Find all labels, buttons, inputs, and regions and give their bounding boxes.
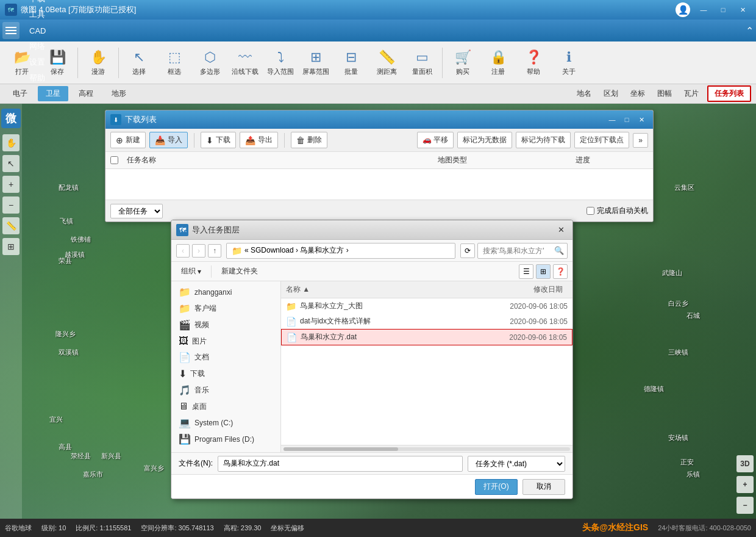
select-all-checkbox[interactable] (110, 156, 118, 164)
mark-nodata-button[interactable]: 标记为无数据 (457, 132, 512, 148)
map-type-卫星[interactable]: 卫星 (38, 86, 68, 101)
nav-path-display[interactable]: 📁 « SGDownload › 鸟巢和水立方 › (226, 243, 455, 259)
toolbar-btn-测距离[interactable]: 📏测距离 (369, 45, 404, 81)
maximize-button[interactable]: □ (715, 4, 732, 16)
sec-btn-区划[interactable]: 区划 (597, 87, 624, 101)
toolbar-btn-屏幕范围[interactable]: ⊞屏幕范围 (299, 45, 333, 81)
layers-icon[interactable]: ⊞ (2, 238, 20, 255)
locate-button[interactable]: 定位到下载点 (574, 132, 629, 148)
task-list-button[interactable]: 任务列表 (707, 85, 751, 102)
filename-input[interactable] (218, 456, 463, 472)
search-button[interactable]: 🔍 (551, 243, 567, 259)
new-task-button[interactable]: ⊕ 新建 (110, 132, 146, 148)
export-button[interactable]: 📤 导出 (240, 132, 278, 148)
sidebar-item-文档[interactable]: 📄文档 (171, 349, 280, 366)
sidebar-item-下载[interactable]: ⬇下载 (171, 366, 280, 382)
toolbar-btn-多边形[interactable]: ⬡多边形 (193, 45, 227, 81)
menu-item-下载[interactable]: 下载 (22, 0, 53, 7)
close-button[interactable]: ✕ (734, 4, 751, 16)
3d-button[interactable]: 3D (736, 455, 754, 472)
minimize-button[interactable]: — (695, 4, 712, 16)
sidebar-item-图片[interactable]: 🖼图片 (171, 333, 280, 349)
more-button[interactable]: » (633, 133, 648, 148)
toolbar-btn-关于[interactable]: ℹ关于 (552, 45, 586, 81)
sidebar-label: 文档 (194, 352, 209, 362)
toolbar-btn-打开[interactable]: 📂打开 (5, 45, 39, 81)
organize-button[interactable]: 组织 ▾ (176, 264, 206, 278)
sidebar-item-桌面[interactable]: 🖥桌面 (171, 398, 280, 414)
task-filter-select[interactable]: 全部任务 (110, 204, 163, 218)
zoom-in-icon[interactable]: + (2, 176, 20, 193)
toolbar-label-关于: 关于 (562, 67, 576, 76)
toolbar-btn-购买[interactable]: 🛒购买 (446, 45, 480, 81)
delete-button[interactable]: 🗑 删除 (291, 132, 327, 148)
download-list-header: 任务名称 地图类型 进度 (105, 152, 653, 169)
map-type-高程[interactable]: 高程 (71, 86, 101, 101)
toolbar-divider-2 (77, 48, 78, 78)
zoom-out-icon[interactable]: − (2, 196, 20, 214)
toolbar-btn-选择[interactable]: ↖选择 (122, 45, 156, 81)
toolbar-btn-注册[interactable]: 🔒注册 (481, 45, 515, 81)
zoom-out-map-button[interactable]: − (736, 497, 754, 514)
select-tool-icon[interactable]: ↖ (2, 155, 20, 172)
pan-button[interactable]: 🚗 平移 (417, 132, 454, 148)
cancel-button[interactable]: 取消 (522, 479, 565, 495)
sidebar-item-System (C:)[interactable]: 💻System (C:) (171, 414, 280, 431)
nav-forward-button[interactable]: › (192, 244, 205, 258)
import-close-button[interactable]: ✕ (554, 225, 568, 236)
file-row-鸟巢和水立方.dat[interactable]: 📄 鸟巢和水立方.dat 2020-09-06 18:05 (281, 329, 572, 345)
sec-btn-地名[interactable]: 地名 (571, 87, 597, 101)
import-button[interactable]: 📥 导入 (149, 132, 188, 148)
sidebar-item-zhangganxi[interactable]: 📁zhangganxi (171, 284, 280, 300)
download-minimize-button[interactable]: — (605, 114, 619, 125)
organize-label: 组织 (181, 266, 196, 276)
menu-collapse-button[interactable]: ⌃ (746, 25, 754, 37)
menu-item-工具[interactable]: 工具 (22, 7, 53, 23)
toolbar-btn-导入范围[interactable]: ⤵导入范围 (263, 45, 298, 81)
toolbar-icon-选择: ↖ (134, 49, 144, 65)
sec-btn-瓦片[interactable]: 瓦片 (678, 87, 705, 101)
auto-shutdown-checkbox[interactable] (587, 207, 594, 215)
toolbar-divider-3 (118, 48, 119, 78)
menu-item-CAD[interactable]: CAD (22, 23, 53, 38)
toolbar-btn-帮助[interactable]: ❓帮助 (516, 45, 551, 81)
sidebar-item-Program Files (D:)[interactable]: 💾Program Files (D:) (171, 431, 280, 447)
sidebar-item-客户端[interactable]: 📁客户端 (171, 300, 280, 317)
file-row-dat与idx文件格式详解[interactable]: 📄 dat与idx文件格式详解 2020-09-06 18:05 (281, 314, 572, 329)
new-folder-button[interactable]: 新建文件夹 (216, 264, 263, 278)
measure-icon[interactable]: 📏 (2, 217, 20, 234)
sec-btn-图幅[interactable]: 图幅 (651, 87, 678, 101)
view-list-button[interactable]: ☰ (519, 264, 533, 279)
sidebar-item-音乐[interactable]: 🎵音乐 (171, 382, 280, 398)
nav-up-button[interactable]: ↑ (208, 244, 221, 258)
map-type-电子[interactable]: 电子 (5, 86, 35, 101)
help-button[interactable]: ❓ (553, 264, 568, 279)
new-folder-label: 新建文件夹 (221, 266, 258, 276)
pan-tool-icon[interactable]: ✋ (2, 134, 20, 151)
sidebar-icon: ⬇ (179, 368, 187, 380)
download-button[interactable]: ⬇ 下载 (201, 132, 236, 148)
open-button[interactable]: 打开(O) (475, 479, 518, 495)
nav-back-button[interactable]: ‹ (176, 244, 190, 258)
zoom-in-map-button[interactable]: + (736, 476, 754, 493)
file-row-鸟巢和水立方_大图[interactable]: 📁 鸟巢和水立方_大图 2020-09-06 18:05 (281, 298, 572, 314)
toolbar-btn-漫游[interactable]: ✋漫游 (81, 45, 115, 81)
toolbar-btn-量面积[interactable]: ▭量面积 (405, 45, 439, 81)
filetype-select[interactable]: 任务文件 (*.dat) (468, 456, 565, 472)
search-input[interactable] (478, 247, 551, 255)
sec-btn-坐标[interactable]: 坐标 (624, 87, 651, 101)
mark-pending-button[interactable]: 标记为待下载 (516, 132, 571, 148)
hamburger-menu[interactable] (2, 22, 20, 39)
user-icon[interactable]: 👤 (676, 2, 690, 17)
download-maximize-button[interactable]: □ (620, 114, 633, 125)
horizontal-scrollbar[interactable] (281, 445, 572, 452)
toolbar-btn-沿线下载[interactable]: 〰沿线下载 (228, 45, 262, 81)
toolbar-btn-批量[interactable]: ⊟批量 (334, 45, 368, 81)
map-type-地形[interactable]: 地形 (104, 86, 134, 101)
toolbar-btn-保存[interactable]: 💾保存 (40, 45, 74, 81)
refresh-button[interactable]: ⟳ (460, 243, 475, 258)
toolbar-btn-框选[interactable]: ⬚框选 (157, 45, 191, 81)
download-close-button[interactable]: ✕ (635, 114, 648, 125)
sidebar-item-视频[interactable]: 🎬视频 (171, 317, 280, 333)
view-detail-button[interactable]: ⊞ (536, 264, 551, 279)
